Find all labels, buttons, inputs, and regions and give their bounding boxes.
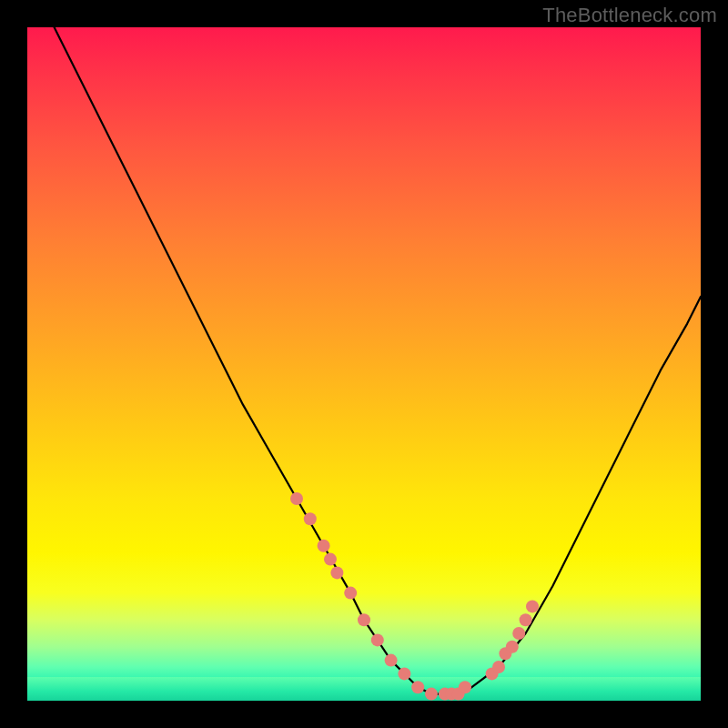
highlight-dot (398, 667, 410, 680)
highlight-dot (318, 540, 330, 552)
highlight-dot (492, 661, 505, 673)
highlight-dot (330, 566, 343, 579)
plot-area (27, 27, 701, 701)
highlight-dot (506, 641, 519, 653)
highlight-dot (324, 553, 337, 566)
highlight-dots (290, 492, 539, 701)
highlight-dot (425, 688, 438, 701)
highlight-dot (526, 600, 539, 612)
highlight-dot (371, 633, 384, 646)
highlight-dot (385, 654, 398, 667)
highlight-dot (459, 681, 471, 693)
highlight-dot (358, 613, 370, 626)
highlight-dot (411, 681, 424, 693)
outer-frame: TheBottleneck.com (0, 0, 728, 728)
highlight-dot (512, 627, 525, 640)
highlight-dot (520, 613, 532, 626)
bottleneck-curve (55, 27, 701, 694)
watermark-text: TheBottleneck.com (542, 4, 717, 27)
highlight-dot (290, 492, 303, 505)
highlight-dot (344, 587, 357, 600)
highlight-dot (304, 512, 317, 525)
chart-svg (27, 27, 701, 701)
